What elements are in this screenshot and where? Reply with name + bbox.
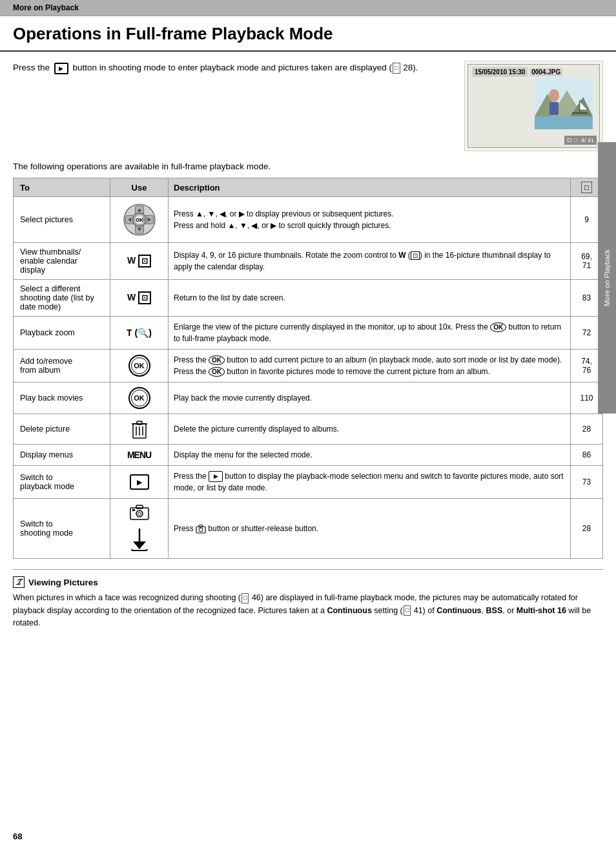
w-bracket-icon2: W ⊡ xyxy=(127,291,151,304)
row-desc-select-date: Return to the list by date screen. xyxy=(169,280,571,317)
svg-rect-34 xyxy=(132,509,135,511)
row-desc-select-pictures: Press ▲, ▼, ◀, or ▶ to display previous … xyxy=(169,197,571,243)
preview-bottom-bar: ⊡ □ 4/ 41 xyxy=(564,136,597,145)
ok-double-icon: OK xyxy=(128,387,150,409)
svg-point-32 xyxy=(136,510,143,517)
note-body: When pictures in which a face was recogn… xyxy=(13,592,603,629)
camera-inline-icon xyxy=(196,524,206,534)
trash-icon xyxy=(130,419,149,439)
svg-rect-9 xyxy=(549,102,559,115)
preview-counter: 4/ 41 xyxy=(581,137,594,143)
table-row: Delete picture xyxy=(14,414,603,445)
page-container: More on Playback Operations in Full-fram… xyxy=(0,0,616,849)
operations-text: The following operations are available i… xyxy=(0,162,616,171)
row-desc-thumbnails: Display 4, 9, or 16 picture thumbnails. … xyxy=(169,243,571,280)
preview-image xyxy=(535,78,593,129)
row-to-delete: Delete picture xyxy=(14,414,110,445)
t-bracket-icon: T (🔍) xyxy=(127,328,152,338)
intro-section: Press the ▶ button in shooting mode to e… xyxy=(0,61,616,151)
row-use-ok-circle: OK xyxy=(110,350,169,383)
row-use-camera-icon xyxy=(110,499,169,525)
ref-book-icon: □ xyxy=(581,182,592,193)
row-to-display-menus: Display menus xyxy=(14,445,110,466)
page-title: Operations in Full-frame Playback Mode xyxy=(0,16,616,52)
bss-bold: BSS xyxy=(486,606,503,615)
table-row: Play back movies OK Play back the movie … xyxy=(14,383,603,414)
row-ref-delete: 28 xyxy=(571,414,603,445)
row-to-thumbnails: View thumbnails/enable calendardisplay xyxy=(14,243,110,280)
shutter-icon xyxy=(128,527,151,552)
dpad-svg: OK xyxy=(121,202,158,238)
row-desc-playback-zoom: Enlarge the view of the picture currentl… xyxy=(169,317,571,350)
camera-preview-inner: 15/05/2010 15:30 0004.JPG xyxy=(467,64,600,148)
svg-rect-4 xyxy=(535,116,593,129)
svg-point-37 xyxy=(199,528,203,532)
camera-icon xyxy=(130,503,149,520)
row-to-select-pictures: Select pictures xyxy=(14,197,110,243)
row-use-trash xyxy=(110,414,169,445)
row-to-switch-shooting: Switch toshooting mode xyxy=(14,499,110,559)
row-desc-add-album: Press the OK button to add current pictu… xyxy=(169,350,571,383)
svg-text:OK: OK xyxy=(136,217,143,223)
table-row: Switch toshooting mode Press button or s xyxy=(14,499,603,525)
side-tab-label: More on Playback xyxy=(603,249,611,306)
svg-rect-26 xyxy=(137,421,142,424)
col-header-to: To xyxy=(14,178,110,197)
camera-preview: 15/05/2010 15:30 0004.JPG xyxy=(464,61,603,151)
page-number: 68 xyxy=(13,832,22,841)
row-use-play-btn: ▶ xyxy=(110,466,169,499)
table-row: Display menus MENU Display the menu for … xyxy=(14,445,603,466)
section-header-text: More on Playback xyxy=(13,3,79,12)
ok-circle-icon-container: OK xyxy=(116,355,163,377)
row-use-w-bracket2: W ⊡ xyxy=(110,280,169,317)
svg-rect-31 xyxy=(136,505,143,508)
play-btn-icon: ▶ xyxy=(130,474,149,490)
ok-double-icon-container: OK xyxy=(116,387,163,409)
row-to-select-date: Select a different shooting date (list b… xyxy=(14,280,110,317)
continuous-bold2: Continuous xyxy=(436,606,481,615)
table-row: Add to/removefrom album OK Press the OK … xyxy=(14,350,603,383)
note-section: 𝓘 Viewing Pictures When pictures in whic… xyxy=(13,569,603,629)
preview-icons: ⊡ □ xyxy=(567,137,577,143)
table-header-row: To Use Description □ xyxy=(14,178,603,197)
trash-icon-container xyxy=(116,419,163,439)
svg-rect-23 xyxy=(143,218,146,220)
table-row: Playback zoom T (🔍) Enlarge the view of … xyxy=(14,317,603,350)
row-desc-switch-playback: Press the ▶ button to display the playba… xyxy=(169,466,571,499)
svg-point-8 xyxy=(549,89,559,102)
row-use-t-bracket: T (🔍) xyxy=(110,317,169,350)
ok-circle-icon: OK xyxy=(128,355,150,377)
row-to-playback-zoom: Playback zoom xyxy=(14,317,110,350)
row-use-ok-double: OK xyxy=(110,383,169,414)
play-btn-icon-container: ▶ xyxy=(116,474,163,490)
t-icon-container: T (🔍) xyxy=(116,328,163,338)
table-row: Switch toplayback mode ▶ Press the ▶ but… xyxy=(14,466,603,499)
row-use-w-bracket: W ⊡ xyxy=(110,243,169,280)
operations-table: To Use Description □ Select pictures xyxy=(13,178,603,559)
w-icon-container: W ⊡ xyxy=(116,255,163,267)
camera-filename: 0004.JPG xyxy=(529,68,562,76)
dpad-icon-container: OK xyxy=(116,202,163,238)
row-ref-switch-shooting: 28 xyxy=(571,499,603,559)
camera-datetime: 15/05/2010 15:30 xyxy=(472,67,528,77)
continuous-bold1: Continuous xyxy=(327,606,371,615)
row-ref-switch-playback: 73 xyxy=(571,466,603,499)
play-button-icon: ▶ xyxy=(54,63,68,74)
side-tab: More on Playback xyxy=(598,142,616,414)
menu-text-icon: MENU xyxy=(127,450,151,460)
multishot-bold: Multi-shot 16 xyxy=(517,606,566,615)
note-ref1-icon: □ xyxy=(241,593,249,603)
row-desc-display-menus: Display the menu for the selected mode. xyxy=(169,445,571,466)
row-use-menu: MENU xyxy=(110,445,169,466)
w-bracket-icon: W ⊡ xyxy=(127,255,151,267)
main-content: More on Playback Operations in Full-fram… xyxy=(0,0,616,849)
row-desc-delete: Delete the picture currently displayed t… xyxy=(169,414,571,445)
row-use-shutter-icon xyxy=(110,525,169,559)
col-header-use: Use xyxy=(110,178,169,197)
note-header: 𝓘 Viewing Pictures xyxy=(13,576,603,588)
row-ref-display-menus: 86 xyxy=(571,445,603,466)
table-row: View thumbnails/enable calendardisplay W… xyxy=(14,243,603,280)
col-header-desc: Description xyxy=(169,178,571,197)
note-icon: 𝓘 xyxy=(13,576,25,588)
svg-point-33 xyxy=(138,512,141,516)
